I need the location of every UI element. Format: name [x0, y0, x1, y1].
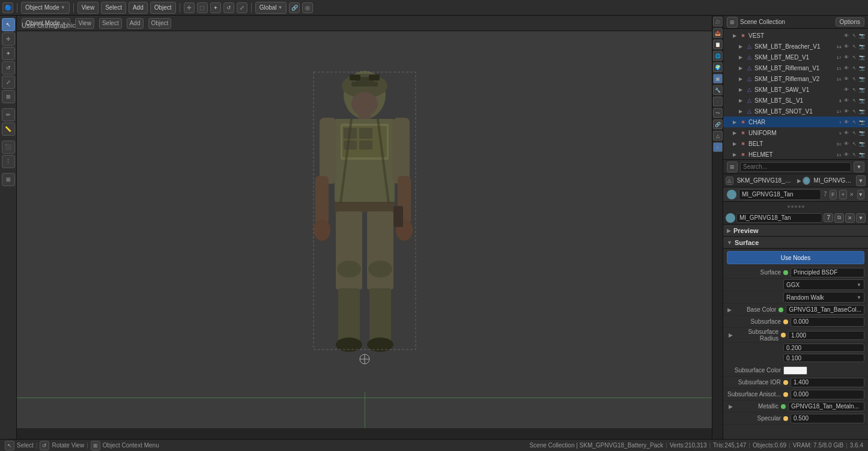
outliner-uniform[interactable]: ▶ ■ UNIFORM ₉ 👁 ↖ 📷 — [723, 127, 868, 138]
rifv1-select[interactable]: ↖ — [851, 64, 858, 71]
viewport[interactable]: Object Mode ▼ View Select Add Object Use… — [17, 16, 712, 439]
helmet-render[interactable]: 📷 — [858, 151, 866, 158]
tab-physics[interactable]: 〜 — [713, 108, 723, 118]
sl-render[interactable]: 📷 — [858, 97, 866, 104]
sub-radius-expand[interactable]: ▶ — [727, 331, 734, 339]
preview-section[interactable]: ▶ Preview — [723, 225, 868, 237]
base-color-expand[interactable]: ▶ — [727, 306, 732, 313]
surface-value[interactable]: Principled BSDF — [791, 268, 864, 277]
rifv2-expand[interactable]: ▶ — [738, 76, 744, 82]
tab-particles[interactable]: · — [713, 97, 723, 106]
outliner-tree[interactable]: ▶ ■ VEST 👁 ↖ 📷 ▶ △ SKM_LBT_Breacher_ — [723, 29, 868, 159]
helmet-select[interactable]: ↖ — [851, 151, 858, 158]
grid-toggle-icon[interactable]: ⊞ — [2, 173, 15, 186]
material-fake-user[interactable]: F — [830, 190, 837, 199]
outliner-belt[interactable]: ▶ ■ BELT ₂₀ 👁 ↖ 📷 — [723, 138, 868, 149]
outliner-icon[interactable]: ⊞ — [727, 17, 738, 28]
med-visibility[interactable]: 👁 — [843, 53, 850, 61]
transform-tool-icon[interactable]: ⊞ — [2, 90, 15, 103]
annotate-icon[interactable]: ✏ — [2, 108, 15, 121]
belt-render[interactable]: 📷 — [858, 140, 866, 147]
tab-view-layer[interactable]: 📋 — [713, 40, 723, 49]
tab-material[interactable]: ○ — [713, 142, 723, 152]
med-render[interactable]: 📷 — [858, 53, 866, 61]
vest-expand[interactable]: ▶ — [732, 32, 738, 38]
metallic-dot[interactable] — [781, 404, 786, 409]
cursor-tool-icon[interactable]: ✛ — [2, 32, 15, 46]
sub-radius-x[interactable]: 1.000 — [788, 331, 864, 340]
rifv2-select[interactable]: ↖ — [851, 75, 858, 82]
select-box-tool[interactable]: ⬚ — [197, 2, 208, 13]
metallic-value[interactable]: GPNVG18_Tan_Metaln... — [788, 402, 864, 411]
specular-dot[interactable] — [783, 416, 788, 421]
outliner-char[interactable]: ▶ ■ CHAR ₇ 👁 ↖ 📷 — [723, 117, 868, 127]
breacher-visibility[interactable]: 👁 — [843, 43, 850, 50]
rifv1-render[interactable]: 📷 — [858, 64, 866, 71]
breacher-expand[interactable]: ▶ — [738, 43, 744, 49]
uniform-expand[interactable]: ▶ — [732, 130, 738, 136]
prop-filter-icon[interactable]: ⊞ — [727, 162, 738, 172]
proportional-edit[interactable]: ◎ — [302, 2, 313, 13]
outliner-helmet[interactable]: ▶ ■ HELMET ₁₅ 👁 ↖ 📷 — [723, 149, 868, 159]
mat-sel-input[interactable] — [736, 213, 822, 223]
rotate-tool-icon[interactable]: ↺ — [2, 61, 15, 74]
specular-value[interactable]: 0.500 — [791, 414, 864, 423]
snot-select[interactable]: ↖ — [851, 107, 858, 115]
blender-icon[interactable]: 🔵 — [2, 2, 13, 13]
sub-ior-value[interactable]: 1.400 — [791, 378, 864, 387]
mat-filter[interactable]: ▼ — [856, 213, 866, 223]
material-unlink[interactable]: ✕ — [849, 191, 855, 198]
move-tool[interactable]: ✦ — [210, 2, 221, 13]
uniform-visibility[interactable]: 👁 — [843, 129, 850, 136]
char-expand[interactable]: ▶ — [732, 119, 738, 125]
sl-expand[interactable]: ▶ — [738, 97, 744, 103]
helmet-expand[interactable]: ▶ — [732, 151, 738, 157]
rotate-tool[interactable]: ↺ — [223, 2, 234, 13]
rifv2-visibility[interactable]: 👁 — [843, 75, 850, 82]
sub-color-swatch[interactable] — [783, 366, 807, 375]
snot-render[interactable]: 📷 — [858, 107, 866, 115]
cursor-tool[interactable]: ✛ — [184, 2, 195, 13]
select-tool-icon[interactable]: ↖ — [2, 18, 15, 31]
outliner-sl[interactable]: ▶ △ SKM_LBT_SL_V1 ₃ 👁 ↖ 📷 — [723, 95, 868, 106]
material-name-input[interactable] — [739, 189, 821, 200]
metallic-expand[interactable]: ▶ — [727, 403, 734, 410]
extra-tools-icon[interactable]: ⋮ — [2, 155, 15, 168]
belt-select[interactable]: ↖ — [851, 140, 858, 147]
sub-aniso-dot[interactable] — [783, 392, 788, 397]
snap-icon[interactable]: 🔗 — [289, 2, 300, 13]
char-visibility[interactable]: 👁 — [843, 118, 850, 126]
soldier-viewport[interactable] — [17, 31, 712, 428]
breacher-render[interactable]: 📷 — [858, 43, 866, 50]
tab-modifier[interactable]: 🔧 — [713, 85, 723, 95]
med-select[interactable]: ↖ — [851, 53, 858, 61]
tab-object-data[interactable]: △ — [713, 131, 723, 141]
add-cube-icon[interactable]: ⬛ — [2, 141, 15, 154]
helmet-visibility[interactable]: 👁 — [843, 151, 850, 158]
saw-select[interactable]: ↖ — [851, 86, 858, 93]
belt-expand[interactable]: ▶ — [732, 141, 738, 147]
saw-expand[interactable]: ▶ — [738, 86, 744, 92]
sub-radius-dot[interactable] — [781, 333, 786, 337]
outliner-breacher[interactable]: ▶ △ SKM_LBT_Breacher_V1 ₂₄ 👁 ↖ 📷 — [723, 41, 868, 52]
add-menu[interactable]: Add — [129, 2, 148, 14]
saw-visibility[interactable]: 👁 — [843, 86, 850, 93]
tab-render[interactable]: 🎥 — [713, 17, 723, 26]
prop-search-input[interactable] — [740, 162, 851, 172]
transform-selector[interactable]: Global ▼ — [255, 2, 287, 14]
sub-radius-z[interactable]: 0.100 — [783, 354, 864, 362]
saw-render[interactable]: 📷 — [858, 86, 866, 93]
tab-object[interactable]: ▣ — [713, 74, 723, 83]
rifv1-visibility[interactable]: 👁 — [843, 64, 850, 71]
sl-visibility[interactable]: 👁 — [843, 97, 850, 104]
outliner-saw[interactable]: ▶ △ SKM_LBT_SAW_V1 👁 ↖ 📷 — [723, 84, 868, 95]
vest-select[interactable]: ↖ — [851, 32, 858, 39]
surface-dot[interactable] — [783, 270, 788, 275]
outliner-options[interactable]: Options — [836, 17, 864, 26]
select-menu[interactable]: Select — [101, 2, 126, 14]
subsurface-value[interactable]: 0.000 — [791, 317, 864, 327]
material-breadcrumb-icon[interactable]: ○ — [803, 177, 810, 185]
mat-copy[interactable]: ⧉ — [834, 213, 844, 223]
med-expand[interactable]: ▶ — [738, 54, 744, 60]
subsurface-dot[interactable] — [783, 319, 788, 324]
